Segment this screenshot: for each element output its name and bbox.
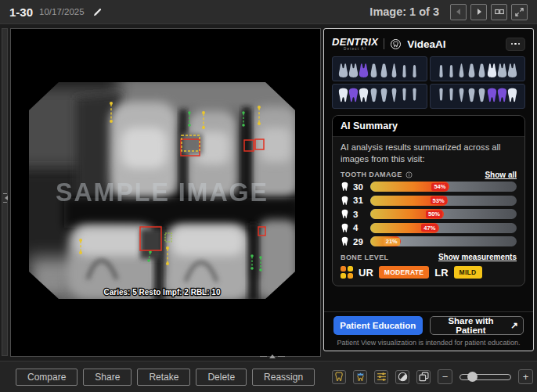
info-icon[interactable]: [405, 171, 413, 178]
tooth-lower-left-3[interactable]: [359, 88, 368, 102]
zoom-slider-thumb[interactable]: [467, 372, 478, 382]
tooth-upper-right-5[interactable]: [479, 63, 485, 77]
tooth-lower-right-1[interactable]: [439, 88, 442, 101]
bone-level-row: URMODERATELRMILD: [341, 266, 517, 279]
tooth-lower-left-5[interactable]: [381, 88, 387, 102]
tooth-upper-left-6[interactable]: [392, 63, 397, 77]
damage-bar-track: 21%: [370, 236, 517, 246]
tooth-icon: [341, 209, 349, 219]
tooth-upper-right-3[interactable]: [460, 63, 464, 77]
contrast-button[interactable]: [395, 370, 409, 384]
patient-education-button[interactable]: Patient Education: [333, 316, 423, 335]
damage-bar-fill: 53%: [370, 196, 448, 206]
tooth-chart: [332, 56, 525, 109]
tooth-upper-right-2[interactable]: [449, 65, 452, 77]
fullscreen-button[interactable]: [511, 4, 528, 20]
tooth-upper-right-1[interactable]: [439, 65, 442, 77]
panel-footer-note: Patient View visualization is intended f…: [324, 339, 533, 347]
tooth-lower-right-3[interactable]: [460, 88, 464, 102]
tooth-lower-right-5[interactable]: [479, 88, 485, 102]
reassign-button[interactable]: Reassign: [252, 369, 315, 386]
show-measurements-link[interactable]: Show measurements: [438, 253, 517, 261]
delete-button[interactable]: Delete: [196, 369, 247, 386]
ai-summary-description: AI analysis results summarized across al…: [341, 142, 517, 165]
bone-level-label: BONE LEVEL: [341, 254, 389, 261]
tooth-damage-row[interactable]: 3054%: [341, 181, 517, 192]
tooth-upper-left-5[interactable]: [381, 63, 387, 77]
show-all-link[interactable]: Show all: [485, 171, 517, 179]
quadrant-lower-right: [430, 84, 525, 109]
damage-bar-track: 47%: [370, 223, 517, 233]
tooth-upper-left-7[interactable]: [402, 65, 405, 77]
tooth-upper-left-1[interactable]: [339, 63, 348, 77]
collapse-up-icon: [269, 351, 276, 358]
left-splitter-handle[interactable]: [2, 187, 7, 209]
tooth-lower-left-1[interactable]: [339, 88, 348, 102]
duplicate-button[interactable]: [416, 370, 431, 384]
tooth-number: 30: [353, 182, 366, 192]
bottom-splitter-handle[interactable]: [252, 353, 293, 360]
zoom-out-button[interactable]: −: [438, 369, 452, 384]
xray-image[interactable]: SAMPLE IMAGE: [29, 82, 295, 299]
previous-image-button[interactable]: [450, 4, 467, 20]
tooth-number: 31: [353, 196, 366, 205]
tooth-upper-right-8[interactable]: [508, 63, 517, 77]
adjustments-icon: [377, 372, 387, 382]
image-viewer[interactable]: SAMPLE IMAGE: [10, 28, 321, 357]
bone-severity-badge: MODERATE: [379, 266, 429, 279]
top-bar: 1-30 10/17/2025 Image: 1 of 3: [0, 0, 537, 24]
tooth-lower-left-8[interactable]: [413, 88, 416, 101]
tooth-damage-row[interactable]: 350%: [341, 208, 517, 220]
tooth-overlay-button[interactable]: [332, 370, 346, 384]
videa-ai-label: VideaAI: [407, 38, 445, 50]
tooth-upper-left-3[interactable]: [359, 63, 368, 77]
tooth-number: 4: [353, 223, 366, 232]
tooth-upper-left-4[interactable]: [371, 63, 377, 77]
tooth-lower-right-8[interactable]: [508, 88, 517, 102]
tooth-damage-list: 3054%3153%350%447%2921%: [341, 181, 517, 247]
contrast-icon: [398, 372, 408, 382]
compare-button[interactable]: Compare: [16, 369, 77, 386]
panel-divider: [324, 311, 533, 312]
tooth-upper-right-6[interactable]: [488, 63, 496, 77]
tooth-lower-right-4[interactable]: [469, 88, 475, 102]
tooth-upper-right-4[interactable]: [469, 63, 475, 77]
restorations-button[interactable]: [353, 370, 367, 384]
tooth-upper-left-8[interactable]: [413, 65, 416, 77]
next-image-button[interactable]: [470, 4, 487, 20]
share-with-patient-button[interactable]: Share with Patient ↗: [430, 316, 524, 335]
tooth-lower-right-7[interactable]: [498, 88, 506, 102]
share-button[interactable]: Share: [83, 369, 132, 386]
zoom-slider[interactable]: [460, 374, 511, 380]
damage-percent-badge: 21%: [384, 238, 400, 246]
tooth-lower-left-6[interactable]: [392, 88, 397, 102]
tooth-damage-row[interactable]: 447%: [341, 222, 517, 234]
videa-ai-panel: DENTRIX Detect AI VideaAI AI Summary AI …: [323, 28, 534, 351]
tooth-damage-label: TOOTH DAMAGE: [341, 171, 413, 178]
tooth-upper-right-7[interactable]: [498, 63, 506, 77]
tooth-lower-right-6[interactable]: [488, 88, 496, 102]
zoom-in-button[interactable]: +: [518, 369, 533, 384]
tooth-icon: [341, 236, 349, 246]
damage-percent-badge: 54%: [431, 183, 448, 191]
tooth-lower-right-2[interactable]: [449, 88, 452, 101]
tooth-lower-left-7[interactable]: [402, 88, 405, 101]
adjustments-button[interactable]: [374, 370, 388, 384]
series-title: 1-30: [9, 5, 33, 19]
edit-button[interactable]: [91, 5, 104, 19]
ai-summary-title: AI Summary: [333, 116, 524, 137]
compare-layout-button[interactable]: [491, 4, 507, 20]
tooth-damage-row[interactable]: 2921%: [341, 236, 517, 247]
view-tool-cluster: − +: [332, 369, 533, 384]
expand-icon: [515, 8, 524, 16]
tooth-damage-row[interactable]: 3153%: [341, 195, 517, 207]
tooth-lower-left-4[interactable]: [371, 88, 377, 102]
quadrant-upper-left: [332, 56, 427, 81]
more-options-button[interactable]: [506, 38, 525, 51]
retake-button[interactable]: Retake: [137, 369, 190, 386]
image-action-buttons: CompareShareRetakeDeleteReassign: [16, 369, 315, 386]
tooth-lower-left-2[interactable]: [349, 88, 358, 102]
external-arrow-icon: ↗: [510, 320, 518, 331]
brand-divider: [384, 38, 384, 49]
tooth-upper-left-2[interactable]: [349, 63, 358, 77]
